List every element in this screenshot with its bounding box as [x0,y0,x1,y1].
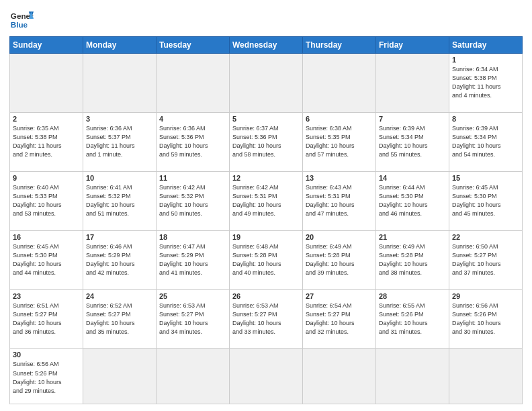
calendar-cell: 6Sunrise: 6:38 AM Sunset: 5:35 PM Daylig… [303,112,376,171]
day-info: Sunrise: 6:49 AM Sunset: 5:28 PM Dayligh… [306,242,373,277]
week-row-4: 16Sunrise: 6:45 AM Sunset: 5:30 PM Dayli… [10,230,523,289]
day-number: 15 [452,174,519,182]
day-info: Sunrise: 6:39 AM Sunset: 5:34 PM Dayligh… [452,124,519,159]
day-info: Sunrise: 6:38 AM Sunset: 5:35 PM Dayligh… [306,124,373,159]
day-info: Sunrise: 6:50 AM Sunset: 5:27 PM Dayligh… [452,242,519,277]
day-number: 9 [13,174,80,182]
calendar-cell: 9Sunrise: 6:40 AM Sunset: 5:33 PM Daylig… [10,171,83,230]
day-number: 29 [452,292,519,300]
calendar-cell: 12Sunrise: 6:42 AM Sunset: 5:31 PM Dayli… [230,171,303,230]
day-info: Sunrise: 6:53 AM Sunset: 5:27 PM Dayligh… [159,302,226,336]
day-number: 30 [13,351,80,359]
calendar-cell: 13Sunrise: 6:43 AM Sunset: 5:31 PM Dayli… [303,171,376,230]
weekday-header-row: SundayMondayTuesdayWednesdayThursdayFrid… [10,37,523,54]
calendar-cell: 22Sunrise: 6:50 AM Sunset: 5:27 PM Dayli… [449,230,523,289]
day-info: Sunrise: 6:42 AM Sunset: 5:31 PM Dayligh… [232,183,300,218]
header: General Blue [9,7,523,31]
day-number: 10 [86,174,153,182]
day-info: Sunrise: 6:36 AM Sunset: 5:36 PM Dayligh… [159,124,226,159]
calendar-cell: 3Sunrise: 6:36 AM Sunset: 5:37 PM Daylig… [83,112,157,171]
calendar-cell: 8Sunrise: 6:39 AM Sunset: 5:34 PM Daylig… [449,112,523,171]
calendar-cell: 30Sunrise: 6:56 AM Sunset: 5:26 PM Dayli… [10,349,83,404]
day-info: Sunrise: 6:34 AM Sunset: 5:38 PM Dayligh… [452,65,519,100]
calendar-cell [376,54,449,113]
weekday-header-tuesday: Tuesday [157,37,230,54]
day-number: 5 [232,115,300,123]
day-number: 18 [159,233,226,241]
day-info: Sunrise: 6:56 AM Sunset: 5:26 PM Dayligh… [452,302,519,336]
calendar-cell: 19Sunrise: 6:48 AM Sunset: 5:28 PM Dayli… [230,230,303,289]
calendar-cell: 26Sunrise: 6:53 AM Sunset: 5:27 PM Dayli… [230,289,303,349]
day-number: 6 [306,115,373,123]
week-row-3: 9Sunrise: 6:40 AM Sunset: 5:33 PM Daylig… [10,171,523,230]
day-info: Sunrise: 6:36 AM Sunset: 5:37 PM Dayligh… [86,124,153,159]
day-info: Sunrise: 6:46 AM Sunset: 5:29 PM Dayligh… [86,242,153,277]
day-number: 7 [379,115,446,123]
day-number: 17 [86,233,153,241]
day-number: 4 [159,115,226,123]
day-number: 16 [13,233,80,241]
calendar-cell: 24Sunrise: 6:52 AM Sunset: 5:27 PM Dayli… [83,289,157,349]
weekday-header-friday: Friday [376,37,449,54]
calendar-cell: 18Sunrise: 6:47 AM Sunset: 5:29 PM Dayli… [157,230,230,289]
calendar-cell: 11Sunrise: 6:42 AM Sunset: 5:32 PM Dayli… [157,171,230,230]
svg-text:Blue: Blue [11,20,28,29]
calendar-cell [83,349,157,404]
day-number: 3 [86,115,153,123]
calendar-cell [230,54,303,113]
calendar-cell: 16Sunrise: 6:45 AM Sunset: 5:30 PM Dayli… [10,230,83,289]
week-row-5: 23Sunrise: 6:51 AM Sunset: 5:27 PM Dayli… [10,289,523,349]
day-number: 22 [452,233,519,241]
calendar-cell [83,54,157,113]
day-number: 14 [379,174,446,182]
day-number: 11 [159,174,226,182]
week-row-2: 2Sunrise: 6:35 AM Sunset: 5:38 PM Daylig… [10,112,523,171]
weekday-header-wednesday: Wednesday [230,37,303,54]
calendar-cell: 20Sunrise: 6:49 AM Sunset: 5:28 PM Dayli… [303,230,376,289]
day-info: Sunrise: 6:55 AM Sunset: 5:26 PM Dayligh… [379,302,446,336]
generalblue-logo-icon: General Blue [9,7,34,31]
day-number: 27 [306,292,373,300]
calendar-cell: 2Sunrise: 6:35 AM Sunset: 5:38 PM Daylig… [10,112,83,171]
calendar-cell [449,349,523,404]
day-info: Sunrise: 6:47 AM Sunset: 5:29 PM Dayligh… [159,242,226,277]
day-number: 19 [232,233,300,241]
calendar-cell [376,349,449,404]
week-row-1: 1Sunrise: 6:34 AM Sunset: 5:38 PM Daylig… [10,54,523,113]
calendar-cell [230,349,303,404]
calendar-cell: 14Sunrise: 6:44 AM Sunset: 5:30 PM Dayli… [376,171,449,230]
day-number: 23 [13,292,80,300]
calendar-cell [157,54,230,113]
calendar-cell: 17Sunrise: 6:46 AM Sunset: 5:29 PM Dayli… [83,230,157,289]
weekday-header-saturday: Saturday [449,37,523,54]
day-info: Sunrise: 6:48 AM Sunset: 5:28 PM Dayligh… [232,242,300,277]
calendar-cell: 5Sunrise: 6:37 AM Sunset: 5:36 PM Daylig… [230,112,303,171]
weekday-header-monday: Monday [83,37,157,54]
day-info: Sunrise: 6:37 AM Sunset: 5:36 PM Dayligh… [232,124,300,159]
day-number: 20 [306,233,373,241]
day-number: 13 [306,174,373,182]
calendar-cell: 23Sunrise: 6:51 AM Sunset: 5:27 PM Dayli… [10,289,83,349]
calendar-cell: 1Sunrise: 6:34 AM Sunset: 5:38 PM Daylig… [449,54,523,113]
weekday-header-thursday: Thursday [303,37,376,54]
calendar-cell [303,54,376,113]
calendar-table: SundayMondayTuesdayWednesdayThursdayFrid… [9,36,523,404]
calendar-cell [10,54,83,113]
calendar-cell: 15Sunrise: 6:45 AM Sunset: 5:30 PM Dayli… [449,171,523,230]
weekday-header-sunday: Sunday [10,37,83,54]
day-number: 21 [379,233,446,241]
calendar-cell [157,349,230,404]
day-info: Sunrise: 6:52 AM Sunset: 5:27 PM Dayligh… [86,302,153,336]
day-number: 8 [452,115,519,123]
calendar-cell: 10Sunrise: 6:41 AM Sunset: 5:32 PM Dayli… [83,171,157,230]
day-number: 2 [13,115,80,123]
calendar-cell: 4Sunrise: 6:36 AM Sunset: 5:36 PM Daylig… [157,112,230,171]
day-info: Sunrise: 6:35 AM Sunset: 5:38 PM Dayligh… [13,124,80,159]
calendar-cell: 25Sunrise: 6:53 AM Sunset: 5:27 PM Dayli… [157,289,230,349]
day-info: Sunrise: 6:44 AM Sunset: 5:30 PM Dayligh… [379,183,446,218]
day-number: 12 [232,174,300,182]
day-info: Sunrise: 6:39 AM Sunset: 5:34 PM Dayligh… [379,124,446,159]
calendar-cell: 27Sunrise: 6:54 AM Sunset: 5:27 PM Dayli… [303,289,376,349]
calendar-cell: 29Sunrise: 6:56 AM Sunset: 5:26 PM Dayli… [449,289,523,349]
day-info: Sunrise: 6:54 AM Sunset: 5:27 PM Dayligh… [306,302,373,336]
